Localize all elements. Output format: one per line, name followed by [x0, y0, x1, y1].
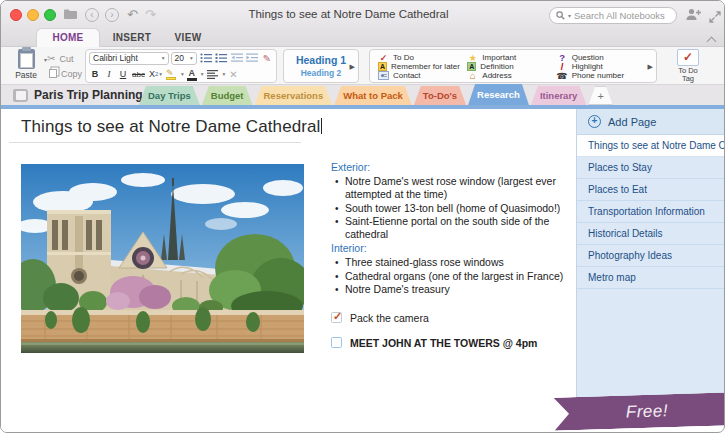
page-list-item-places-to-eat[interactable]: Places to Eat	[577, 179, 725, 201]
share-person-icon[interactable]	[685, 7, 702, 26]
list-item[interactable]: Three stained-glass rose windows	[331, 256, 571, 269]
copy-pages-icon	[49, 69, 57, 78]
style-heading2[interactable]: Heading 2	[284, 68, 358, 78]
cut-label: Cut	[59, 54, 73, 64]
highlight-color-button[interactable]: ✎	[165, 68, 178, 81]
tag-definition[interactable]: Definition	[467, 62, 556, 71]
zoom-window-button[interactable]	[44, 9, 56, 21]
todo-label[interactable]: Pack the camera	[350, 312, 429, 325]
tag-question[interactable]: Question	[557, 53, 646, 62]
todo-checkbox-unchecked[interactable]	[331, 337, 342, 348]
indent-button[interactable]	[245, 52, 259, 65]
page-list-item-photography-ideas[interactable]: Photography Ideas	[577, 245, 725, 267]
underline-button[interactable]: U	[117, 68, 129, 81]
tag-label: Remember for later	[391, 62, 460, 71]
font-family-value: Calibri Light	[93, 53, 138, 63]
tag-contact[interactable]: Contact	[378, 71, 467, 80]
page-list-item-metro-map[interactable]: Metro map	[577, 267, 725, 289]
promo-label: Free!	[616, 401, 669, 423]
font-group: Calibri Light ▾ 20 ▾	[85, 49, 277, 83]
font-size-select[interactable]: 20 ▾	[171, 52, 197, 65]
strikethrough-button[interactable]: abc	[131, 68, 146, 81]
italic-button[interactable]: I	[103, 68, 115, 81]
page-title[interactable]: Things to see at Notre Dame Cathedral	[21, 117, 322, 137]
format-painter-icon[interactable]: ✎	[261, 52, 273, 65]
exterior-heading: Exterior:	[331, 161, 571, 174]
page-list-sidebar: + Add Page Things to see at Notre Dame C…	[576, 109, 725, 426]
tag-important[interactable]: Important	[467, 53, 556, 62]
fullscreen-icon[interactable]	[709, 9, 721, 27]
list-item[interactable]: Cathedral organs (one of the largest in …	[331, 270, 571, 283]
font-family-select[interactable]: Calibri Light ▾	[89, 52, 169, 65]
align-caret-icon[interactable]: ▾	[223, 71, 226, 77]
notes-block[interactable]: Exterior: Notre Dame's west rose window …	[331, 161, 571, 350]
search-box[interactable]: ▾	[549, 7, 677, 24]
todo-checkbox-checked[interactable]	[331, 312, 342, 323]
page-list-item-current[interactable]: Things to see at Notre Dame Cath...	[577, 135, 725, 157]
add-page-plus-icon: +	[588, 115, 601, 128]
back-button[interactable]: ‹	[85, 8, 99, 22]
section-tab-itinerary[interactable]: Itinerary	[531, 86, 587, 105]
add-page-button[interactable]: + Add Page	[577, 109, 725, 135]
minimize-window-button[interactable]	[27, 9, 39, 21]
notre-dame-photo[interactable]	[21, 164, 304, 353]
subscript-caret-icon: ▾	[159, 71, 162, 77]
style-heading1[interactable]: Heading 1	[284, 54, 358, 66]
bold-button[interactable]: B	[89, 68, 101, 81]
font-color-caret-icon[interactable]: ▾	[201, 71, 204, 77]
section-tab-to-dos[interactable]: To-Do's	[414, 86, 466, 105]
tab-insert[interactable]: INSERT	[109, 29, 155, 47]
search-scope-caret-icon[interactable]: ▾	[568, 12, 571, 19]
search-input[interactable]	[574, 10, 670, 21]
list-item[interactable]: Notre Dame's treasury	[331, 283, 571, 296]
forward-button[interactable]: ›	[105, 8, 119, 22]
styles-more-arrow-icon[interactable]: ▶	[350, 63, 355, 71]
page-canvas[interactable]: Things to see at Notre Dame Cathedral	[1, 109, 576, 433]
list-item[interactable]: Saint-Etienne portal on the south side o…	[331, 215, 571, 241]
page-list-item-transportation[interactable]: Transportation Information	[577, 201, 725, 223]
todo-label[interactable]: MEET JOHN AT THE TOWERS @ 4pm	[350, 337, 537, 350]
paste-button[interactable]: ▾ Paste	[11, 49, 41, 83]
section-tab-research[interactable]: Research	[468, 84, 529, 105]
section-tab-day-trips[interactable]: Day Trips	[139, 86, 200, 105]
add-section-tab[interactable]: +	[588, 86, 612, 105]
list-item[interactable]: South tower 13-ton bell (home of Quasimo…	[331, 202, 571, 215]
close-window-button[interactable]	[10, 9, 22, 21]
styles-group: Heading 1 Heading 2 ▶	[283, 49, 359, 83]
clear-formatting-icon[interactable]: ✕	[227, 68, 239, 81]
page-list-item-historical-details[interactable]: Historical Details	[577, 223, 725, 245]
onenote-window: ‹ › ↶ ↷ Things to see at Notre Dame Cath…	[0, 0, 725, 433]
font-color-swatch	[187, 78, 197, 81]
cut-scissors-icon: ✂	[47, 53, 55, 64]
bullet-list-button[interactable]	[199, 52, 213, 65]
tag-highlight[interactable]: Highlight	[557, 62, 646, 71]
section-tab-reservations[interactable]: Reservations	[255, 86, 333, 105]
cut-button[interactable]: ✂ Cut	[47, 51, 82, 66]
collapse-ribbon-icon[interactable]	[707, 35, 716, 44]
highlight-caret-icon[interactable]: ▾	[181, 71, 184, 77]
tag-todo[interactable]: To Do	[378, 53, 467, 62]
tag-address[interactable]: Address	[467, 71, 556, 80]
tags-more-arrow-icon[interactable]: ▶	[648, 63, 653, 71]
todo-tag-button[interactable]: ✓ To Do Tag	[667, 49, 709, 83]
page-list-item-places-to-stay[interactable]: Places to Stay	[577, 157, 725, 179]
font-color-button[interactable]: A	[186, 68, 198, 81]
tag-remember-for-later[interactable]: Remember for later	[378, 62, 467, 71]
page-title-text: Things to see at Notre Dame Cathedral	[21, 117, 320, 136]
tab-view[interactable]: VIEW	[169, 29, 207, 47]
notebook-switcher[interactable]: Paris Trip Planning ▾	[34, 88, 154, 102]
undo-icon[interactable]: ↶	[127, 6, 138, 24]
paragraph-align-button[interactable]	[206, 68, 220, 81]
numbered-list-button[interactable]	[214, 52, 228, 65]
copy-button[interactable]: Copy	[47, 66, 82, 81]
redo-icon[interactable]: ↷	[145, 6, 156, 24]
section-tab-budget[interactable]: Budget	[202, 86, 253, 105]
notebooks-folder-icon[interactable]	[63, 7, 78, 25]
section-tab-what-to-pack[interactable]: What to Pack	[334, 86, 412, 105]
list-item[interactable]: Notre Dame's west rose window (largest e…	[331, 175, 571, 201]
outdent-button[interactable]	[230, 52, 244, 65]
subscript-button[interactable]: X2 ▾	[148, 68, 163, 81]
tag-phone-number[interactable]: Phone number	[557, 71, 646, 80]
font-size-value: 20	[175, 53, 184, 63]
tab-home[interactable]: HOME	[37, 29, 99, 47]
